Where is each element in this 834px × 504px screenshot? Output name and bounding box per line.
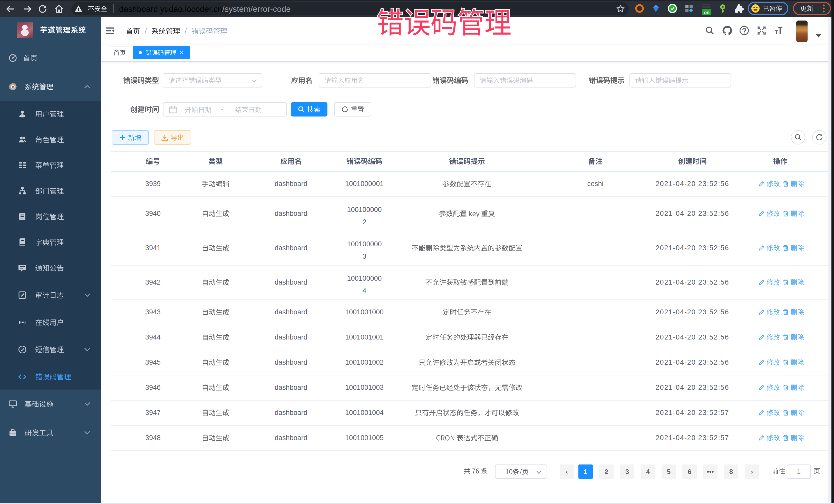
svg-text:on: on — [704, 10, 709, 15]
